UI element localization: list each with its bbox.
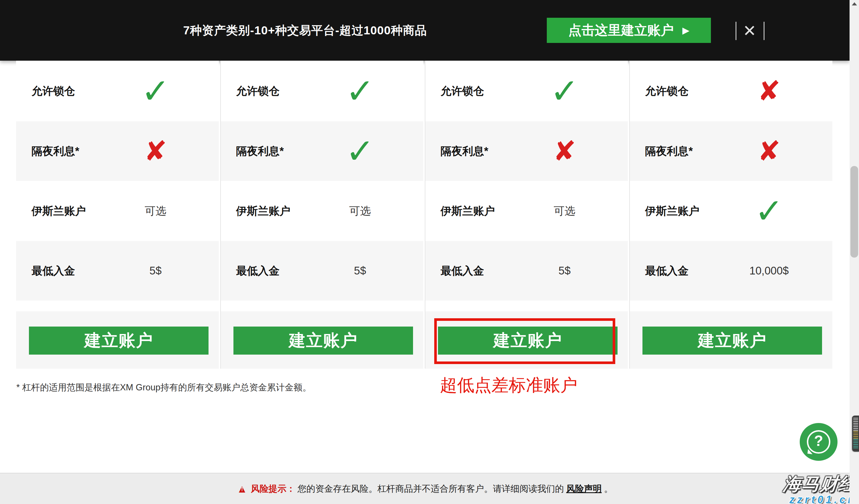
row-label: 允许锁仓 xyxy=(645,84,689,98)
warning-icon: ▲ xyxy=(237,483,247,494)
create-account-button-4[interactable]: 建立账户 xyxy=(643,327,822,355)
table-row: 隔夜利息* ✘ xyxy=(425,121,628,181)
account-column-2: 允许锁仓 ✓ 隔夜利息* ✓ 伊斯兰账户 可选 最低入金 5$ xyxy=(221,61,423,368)
create-account-cta-button[interactable]: 点击这里建立账户 ▶ xyxy=(547,18,711,43)
row-value: 10,000$ xyxy=(749,265,788,277)
account-column-1: 允许锁仓 ✓ 隔夜利息* ✘ 伊斯兰账户 可选 最低入金 5$ xyxy=(16,61,219,368)
row-gap xyxy=(221,300,423,311)
row-label: 伊斯兰账户 xyxy=(31,204,86,218)
row-label: 伊斯兰账户 xyxy=(645,204,699,218)
row-value: 可选 xyxy=(349,204,371,218)
table-row: 隔夜利息* ✘ xyxy=(630,121,832,181)
risk-warning-bar: ▲ 风险提示： 您的资金存在风险。杠杆商品并不适合所有客户。请详细阅读我们的风险… xyxy=(0,473,849,504)
table-row: 伊斯兰账户 可选 xyxy=(221,181,423,241)
risk-body: 您的资金存在风险。杠杆商品并不适合所有客户。请详细阅读我们的 xyxy=(298,483,564,495)
row-label: 最低入金 xyxy=(440,264,484,278)
row-value-icon: ✘ xyxy=(144,137,167,165)
risk-statement-link[interactable]: 风险声明 xyxy=(566,483,602,495)
row-value-icon: ✘ xyxy=(553,137,576,165)
table-row: 允许锁仓 ✓ xyxy=(16,61,219,121)
table-row: 允许锁仓 ✓ xyxy=(425,61,628,121)
scrollbar-thumb[interactable] xyxy=(850,166,858,257)
row-value: 可选 xyxy=(554,204,575,218)
row-label: 最低入金 xyxy=(236,264,280,278)
column-divider xyxy=(629,61,630,368)
table-row: 允许锁仓 ✓ xyxy=(221,61,423,121)
row-value: 可选 xyxy=(145,204,166,218)
table-row: 最低入金 5$ xyxy=(16,241,219,300)
question-mark-icon: ? xyxy=(814,432,823,449)
row-label: 允许锁仓 xyxy=(236,84,280,98)
risk-suffix: 。 xyxy=(604,483,613,495)
divider xyxy=(764,22,765,40)
risk-label: 风险提示： xyxy=(251,483,295,495)
cta-label: 点击这里建立账户 xyxy=(568,21,674,39)
table-row: 允许锁仓 ✘ xyxy=(630,61,832,121)
row-label: 最低入金 xyxy=(645,264,689,278)
create-account-button-2[interactable]: 建立账户 xyxy=(233,327,413,355)
close-icon[interactable]: ✕ xyxy=(741,21,758,41)
minimap-stripes-white xyxy=(853,418,858,430)
divider xyxy=(736,22,736,40)
column-divider xyxy=(220,61,221,368)
row-gap xyxy=(425,300,628,311)
promo-banner: 7种资产类别-10+种交易平台-超过1000种商品 点击这里建立账户 ▶ ✕ xyxy=(0,0,849,61)
row-label: 最低入金 xyxy=(31,264,75,278)
table-row: 最低入金 5$ xyxy=(425,241,628,300)
row-gap xyxy=(630,300,832,311)
row-value-icon: ✓ xyxy=(346,134,375,168)
table-row: 最低入金 5$ xyxy=(221,241,423,300)
row-gap xyxy=(16,300,219,311)
account-column-4: 允许锁仓 ✘ 隔夜利息* ✘ 伊斯兰账户 ✓ 最低入金 10,000$ xyxy=(630,61,832,368)
row-value: 5$ xyxy=(150,265,162,277)
table-row: 最低入金 10,000$ xyxy=(630,241,832,300)
row-value: 5$ xyxy=(354,265,366,277)
arrow-right-icon: ▶ xyxy=(682,26,690,35)
row-label: 伊斯兰账户 xyxy=(236,204,290,218)
row-label: 隔夜利息* xyxy=(645,144,693,159)
row-value-icon: ✓ xyxy=(550,74,579,108)
row-label: 伊斯兰账户 xyxy=(440,204,495,218)
minimap-stripes-yellow xyxy=(853,431,858,439)
create-account-button-1[interactable]: 建立账户 xyxy=(29,327,209,355)
banner-title: 7种资产类别-10+种交易平台-超过1000种商品 xyxy=(0,0,610,61)
leverage-footnote: * 杠杆的适用范围是根据在XM Group持有的所有交易账户总资金累计金额。 xyxy=(16,381,311,394)
row-value: 5$ xyxy=(559,265,571,277)
row-value-icon: ✓ xyxy=(141,74,170,108)
table-row: 隔夜利息* ✓ xyxy=(221,121,423,181)
row-value-icon: ✘ xyxy=(758,137,781,165)
highlight-annotation: 超低点差标准账户 xyxy=(440,374,577,397)
column-divider xyxy=(425,61,425,368)
table-row: 隔夜利息* ✘ xyxy=(16,121,219,181)
minimap-stripes-teal xyxy=(853,439,858,449)
row-value-icon: ✘ xyxy=(758,77,781,105)
scrollbar-up-arrow[interactable] xyxy=(852,2,857,5)
table-row: 伊斯兰账户 ✓ xyxy=(630,181,832,241)
risk-warning-line: ▲ 风险提示： 您的资金存在风险。杠杆商品并不适合所有客户。请详细阅读我们的风险… xyxy=(0,473,849,504)
row-value-icon: ✓ xyxy=(346,74,375,108)
row-label: 隔夜利息* xyxy=(440,144,488,159)
table-row: 伊斯兰账户 可选 xyxy=(16,181,219,241)
row-label: 允许锁仓 xyxy=(440,84,484,98)
row-label: 隔夜利息* xyxy=(31,144,79,159)
row-label: 允许锁仓 xyxy=(31,84,75,98)
scroll-minimap-widget[interactable] xyxy=(852,415,859,452)
table-row: 伊斯兰账户 可选 xyxy=(425,181,628,241)
row-value-icon: ✓ xyxy=(755,194,784,228)
help-button[interactable]: ? xyxy=(800,423,838,461)
row-label: 隔夜利息* xyxy=(236,144,284,159)
highlight-rectangle xyxy=(434,318,615,364)
